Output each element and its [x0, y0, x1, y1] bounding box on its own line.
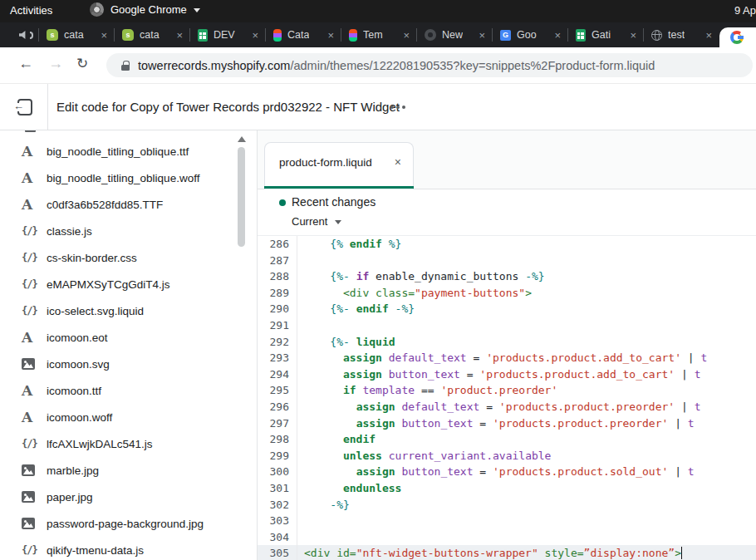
file-item-icomoon.svg[interactable]: icomoon.svg — [0, 351, 236, 377]
figma-icon — [273, 29, 282, 42]
code-line-291[interactable]: 291 — [258, 317, 756, 334]
line-number: 288 — [258, 268, 297, 285]
close-tab-icon[interactable]: × — [101, 30, 107, 41]
close-tab-icon[interactable]: × — [176, 30, 183, 41]
browser-tab-8[interactable]: Gati× — [567, 22, 643, 47]
browser-tab-2[interactable]: scata× — [114, 22, 189, 47]
scrollbar-thumb[interactable] — [238, 147, 245, 247]
browser-tab-6[interactable]: New× — [416, 22, 492, 47]
reload-button[interactable]: ↻ — [76, 55, 88, 72]
activities-button[interactable]: Activities — [10, 4, 52, 17]
code-line-289[interactable]: 289 <div class="payment-buttons"> — [258, 285, 756, 302]
tab-title: Goo — [517, 29, 537, 41]
code-line-303[interactable]: 303 — [258, 513, 756, 529]
code-line-298[interactable]: 298 endif — [258, 431, 756, 448]
browser-tab-active[interactable] — [719, 27, 756, 47]
code-line-305[interactable]: 305<div id="nft-widget-buttons-wrapper" … — [258, 545, 756, 560]
close-tab-icon[interactable]: × — [252, 30, 258, 41]
exit-code-editor-button[interactable]: ← — [15, 98, 33, 116]
tab-title: test — [668, 29, 685, 41]
scroll-up-arrow-icon[interactable] — [238, 136, 246, 142]
code-file-icon: {/} — [22, 305, 37, 317]
file-icon-cell: A — [22, 169, 47, 186]
code-editor-pane: product-form.liquid × Recent changes Cur… — [258, 130, 756, 560]
code-line-302[interactable]: 302 -%} — [258, 497, 756, 513]
file-name: ico-select.svg.liquid — [47, 305, 144, 317]
chevron-down-icon — [194, 8, 200, 12]
editor-tab-product-form[interactable]: product-form.liquid × — [264, 142, 414, 189]
file-item-qikify-tmenu-data.js[interactable]: {/}qikify-tmenu-data.js — [0, 537, 236, 560]
image-file-icon — [22, 358, 35, 370]
line-source — [297, 253, 304, 269]
file-item-paper.jpg[interactable]: paper.jpg — [0, 484, 236, 510]
close-tab-icon[interactable]: × — [479, 30, 485, 41]
file-name: cs-skin-border.css — [47, 252, 137, 264]
close-tab-icon[interactable]: × — [403, 30, 410, 41]
version-dropdown[interactable]: Current — [292, 215, 341, 228]
line-number: 298 — [258, 431, 297, 448]
work-area: Abig_noodle_titling_oblique.ttfAbig_nood… — [0, 130, 756, 560]
code-area[interactable]: 286 {% endif %}287288 {%- if enable_dyna… — [258, 236, 756, 560]
code-line-301[interactable]: 301 endunless — [258, 480, 756, 497]
file-name: qikify-tmenu-data.js — [47, 544, 144, 557]
code-line-293[interactable]: 293 assign default_text = 'products.prod… — [258, 350, 756, 366]
file-item-classie.js[interactable]: {/}classie.js — [0, 218, 236, 244]
code-line-299[interactable]: 299 unless current_variant.available — [258, 448, 756, 464]
code-line-297[interactable]: 297 assign button_text = 'products.produ… — [258, 415, 756, 432]
code-line-294[interactable]: 294 assign button_text = 'products.produ… — [258, 366, 756, 383]
file-item-big_noodle_titling_oblique.ttf[interactable]: Abig_noodle_titling_oblique.ttf — [0, 138, 236, 165]
code-line-290[interactable]: 290 {%- endif -%} — [258, 301, 756, 317]
system-clock[interactable]: 9 Apr — [734, 4, 756, 17]
code-line-288[interactable]: 288 {%- if enable_dynamic_buttons -%} — [258, 268, 756, 285]
more-options-button[interactable] — [390, 106, 405, 109]
close-tab-icon[interactable]: × — [630, 30, 636, 41]
file-item-c0df3a6b528fdd85.TTF[interactable]: Ac0df3a6b528fdd85.TTF — [0, 191, 236, 218]
file-item-big_noodle_titling_oblique.woff[interactable]: Abig_noodle_titling_oblique.woff — [0, 165, 236, 191]
code-line-292[interactable]: 292 {%- liquid — [258, 334, 756, 351]
page-header: ← Edit code for Copy of Tower Records pr… — [0, 84, 756, 130]
line-number: 286 — [258, 236, 297, 253]
browser-tab-5[interactable]: Tem× — [341, 22, 416, 47]
code-line-296[interactable]: 296 assign default_text = 'products.prod… — [258, 399, 756, 415]
browser-tab-7[interactable]: GGoo× — [492, 22, 567, 47]
file-item-eMAPMXSyTCgGdiT4.js[interactable]: {/}eMAPMXSyTCgGdiT4.js — [0, 271, 236, 297]
url-text[interactable]: towerrecords.myshopify.com/admin/themes/… — [138, 59, 655, 72]
font-file-icon: A — [22, 409, 32, 425]
lock-icon[interactable] — [121, 61, 130, 71]
code-line-304[interactable]: 304 — [258, 529, 756, 546]
code-line-287[interactable]: 287 — [258, 253, 756, 269]
code-line-300[interactable]: 300 assign button_text = 'products.produ… — [258, 464, 756, 480]
file-item-ico-select.svg.liquid[interactable]: {/}ico-select.svg.liquid — [0, 297, 236, 324]
file-item-icomoon.ttf[interactable]: Aicomoon.ttf — [0, 377, 236, 404]
code-line-295[interactable]: 295 if template == 'product.preorder' — [258, 382, 756, 399]
code-line-286[interactable]: 286 {% endif %} — [258, 236, 756, 253]
sidebar-scrollbar[interactable] — [237, 130, 247, 560]
file-icon-cell: A — [22, 143, 47, 160]
browser-tab-9[interactable]: test× — [643, 22, 719, 47]
address-bar[interactable]: towerrecords.myshopify.com/admin/themes/… — [106, 53, 753, 77]
close-tab-icon[interactable]: × — [327, 30, 334, 41]
app-menu[interactable]: Google Chrome — [90, 2, 200, 17]
close-tab-icon[interactable]: × — [554, 30, 561, 41]
forward-button[interactable]: → — [48, 55, 63, 72]
app-menu-label: Google Chrome — [110, 3, 187, 16]
file-item-icomoon.eot[interactable]: Aicomoon.eot — [0, 324, 236, 351]
chevron-down-icon — [335, 220, 341, 224]
shopify-icon: s — [47, 29, 58, 41]
close-tab-button[interactable]: × — [395, 155, 401, 169]
close-tab-icon[interactable]: × — [705, 30, 712, 41]
file-item-marble.jpg[interactable]: marble.jpg — [0, 457, 236, 484]
file-icon-cell: A — [22, 329, 47, 346]
file-item-password-page-background.jpg[interactable]: password-page-background.jpg — [0, 510, 236, 537]
sheets-icon — [198, 29, 208, 42]
file-item-lfcAXLwjkDALc541.js[interactable]: {/}lfcAXLwjkDALc541.js — [0, 430, 236, 457]
file-item-icomoon.woff[interactable]: Aicomoon.woff — [0, 404, 236, 430]
back-button[interactable]: ← — [18, 55, 33, 72]
browser-tab-4[interactable]: Cata× — [265, 22, 341, 47]
line-source: {%- liquid — [297, 334, 395, 351]
browser-tab-1[interactable]: scata× — [38, 22, 114, 47]
tab-audio-indicator[interactable] — [13, 22, 38, 47]
file-list: Abig_noodle_titling_oblique.ttfAbig_nood… — [0, 138, 236, 560]
browser-tab-3[interactable]: DEV× — [189, 22, 265, 47]
file-item-cs-skin-border.css[interactable]: {/}cs-skin-border.css — [0, 244, 236, 271]
